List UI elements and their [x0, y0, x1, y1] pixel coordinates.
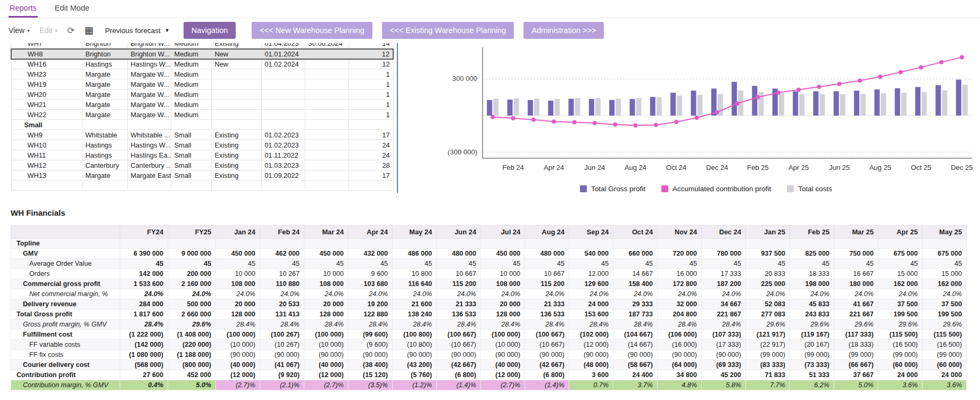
financials-cell[interactable]: 180 000: [834, 279, 878, 289]
warehouse-cell[interactable]: Hastings W...: [127, 59, 171, 69]
financials-cell[interactable]: 243 833: [790, 309, 834, 320]
financials-cell[interactable]: (90 000): [702, 350, 746, 360]
financials-row-label[interactable]: Average Order Value: [11, 259, 120, 269]
warehouse-cell[interactable]: Margate: [82, 100, 127, 110]
financials-cell[interactable]: 24.0%: [834, 289, 878, 299]
financials-cell[interactable]: [790, 239, 834, 249]
financials-cell[interactable]: 45: [613, 259, 658, 269]
financials-cell[interactable]: (99 600): [348, 330, 393, 340]
financials-cell[interactable]: (9 920): [260, 370, 304, 380]
warehouse-row[interactable]: WH16HastingsHastings W...MediumNew01.02.…: [11, 59, 393, 69]
financials-cell[interactable]: (1 080 000): [120, 350, 168, 360]
financials-cell[interactable]: (2.1)%: [260, 380, 304, 390]
financials-cell[interactable]: (38 400): [348, 360, 393, 370]
financials-cell[interactable]: 28.4%: [525, 320, 569, 330]
financials-cell[interactable]: 45: [348, 259, 393, 269]
financials-cell[interactable]: 7.7%: [746, 380, 790, 390]
financials-cell[interactable]: 24.0%: [923, 289, 967, 299]
warehouse-cell[interactable]: [305, 160, 348, 170]
financials-cell[interactable]: (6 800): [437, 370, 481, 380]
existing-warehouse-planning-button[interactable]: <<< Existing Warehouse Planning: [382, 22, 514, 39]
financials-cell[interactable]: 462 000: [260, 249, 304, 259]
financials-cell[interactable]: 21 600: [393, 299, 437, 309]
financials-cell[interactable]: 162 000: [878, 279, 923, 289]
financials-cell[interactable]: 20 833: [746, 269, 790, 279]
financials-cell[interactable]: (1.4)%: [525, 380, 569, 390]
warehouse-cell[interactable]: [261, 69, 305, 79]
financials-row-label[interactable]: Contribution margin, % GMV: [11, 380, 120, 390]
warehouse-cell[interactable]: WH8: [11, 49, 82, 59]
financials-cell[interactable]: (16 000): [658, 340, 702, 350]
financials-cell[interactable]: 27 600: [120, 370, 168, 380]
financials-cell[interactable]: (83 333): [746, 360, 790, 370]
financials-cell[interactable]: 29.6%: [790, 320, 834, 330]
warehouse-cell[interactable]: [305, 89, 348, 100]
financials-cell[interactable]: 128 000: [216, 309, 260, 320]
financials-cell[interactable]: 225 000: [746, 279, 790, 289]
financials-cell[interactable]: 4.8%: [658, 380, 702, 390]
financials-cell[interactable]: 10 800: [393, 269, 437, 279]
financials-cell[interactable]: 16 000: [658, 269, 702, 279]
warehouse-cell[interactable]: Margate: [82, 79, 127, 89]
warehouse-cell[interactable]: [305, 49, 348, 59]
financials-cell[interactable]: 21 333: [525, 299, 569, 309]
financials-cell[interactable]: (1 222 000): [120, 330, 168, 340]
financials-cell[interactable]: 131 413: [260, 309, 304, 320]
financials-cell[interactable]: 153 600: [569, 309, 613, 320]
financials-cell[interactable]: (43 200): [393, 360, 437, 370]
warehouse-cell[interactable]: 12: [348, 49, 393, 59]
warehouse-row[interactable]: WH21MargateMargate W...Medium1: [11, 100, 393, 110]
financials-cell[interactable]: (1.2)%: [393, 380, 437, 390]
financials-cell[interactable]: (15 120): [348, 370, 393, 380]
warehouse-cell[interactable]: [261, 100, 305, 110]
financials-cell[interactable]: (100 267): [260, 330, 304, 340]
warehouse-cell[interactable]: Existing: [211, 160, 261, 170]
financials-cell[interactable]: 29.6%: [746, 320, 790, 330]
warehouse-cell[interactable]: Margate: [82, 110, 127, 120]
financials-cell[interactable]: (121 917): [746, 330, 790, 340]
financials-cell[interactable]: 24.0%: [613, 289, 658, 299]
financials-cell[interactable]: (568 000): [120, 360, 168, 370]
financials-cell[interactable]: 660 000: [613, 249, 658, 259]
financials-cell[interactable]: 28.4%: [569, 320, 613, 330]
warehouse-cell[interactable]: 1: [348, 79, 393, 89]
warehouse-cell[interactable]: Margate W...: [127, 110, 171, 120]
warehouse-cell[interactable]: [305, 150, 348, 160]
financials-cell[interactable]: 19 200: [348, 299, 393, 309]
financials-cell[interactable]: (22 917): [746, 340, 790, 350]
financials-cell[interactable]: 720 000: [658, 249, 702, 259]
financials-column-header[interactable]: Apr 24: [348, 226, 393, 239]
warehouse-cell[interactable]: Medium: [171, 59, 211, 69]
warehouse-cell[interactable]: 14: [348, 43, 393, 49]
financials-cell[interactable]: (119 167): [790, 330, 834, 340]
financials-cell[interactable]: (99 000): [878, 350, 923, 360]
financials-cell[interactable]: (20 167): [790, 340, 834, 350]
financials-row-label[interactable]: Courier delivery cost: [11, 360, 120, 370]
financials-cell[interactable]: (1 408 000): [168, 330, 216, 340]
financials-cell[interactable]: (102 000): [569, 330, 613, 340]
warehouse-cell[interactable]: WH9: [11, 130, 82, 140]
financials-cell[interactable]: (10 667): [525, 340, 569, 350]
financials-cell[interactable]: (90 000): [260, 350, 304, 360]
warehouse-cell[interactable]: 1: [348, 69, 393, 79]
financials-cell[interactable]: 24.0%: [658, 289, 702, 299]
financials-cell[interactable]: 0.7%: [569, 380, 613, 390]
financials-cell[interactable]: 221 867: [702, 309, 746, 320]
financials-cell[interactable]: 20 533: [260, 299, 304, 309]
tab-edit-mode[interactable]: Edit Mode: [54, 0, 90, 18]
financials-column-header[interactable]: FY24: [120, 226, 168, 239]
financials-column-header[interactable]: Dec 24: [702, 226, 746, 239]
financials-cell[interactable]: 10 000: [304, 269, 348, 279]
warehouse-cell[interactable]: Small: [171, 150, 211, 160]
financials-cell[interactable]: 480 000: [525, 249, 569, 259]
financials-cell[interactable]: (58 667): [613, 360, 658, 370]
financials-cell[interactable]: (14 667): [613, 340, 658, 350]
financials-cell[interactable]: 45: [393, 259, 437, 269]
warehouse-cell[interactable]: [82, 120, 127, 130]
warehouse-cell[interactable]: Whitstable ...: [127, 130, 171, 140]
warehouse-cell[interactable]: [348, 120, 393, 130]
warehouse-cell[interactable]: 01.02.2023: [261, 140, 305, 150]
financials-cell[interactable]: 432 000: [348, 249, 393, 259]
warehouse-cell[interactable]: [171, 181, 211, 191]
warehouse-cell[interactable]: [261, 79, 305, 89]
